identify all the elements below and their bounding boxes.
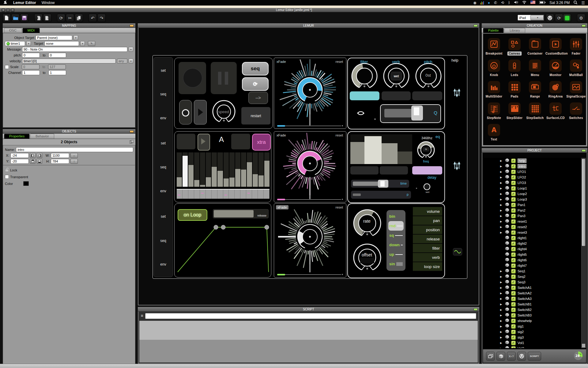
expander-icon[interactable]: ▶ (500, 204, 503, 206)
multislider-display[interactable] (177, 152, 270, 187)
rail-label-env[interactable]: env (154, 189, 173, 193)
name-field[interactable]: intro (16, 147, 133, 152)
tree-item-sig2[interactable]: ▶✓sig2 (484, 329, 581, 335)
expander-icon[interactable]: ▶ (500, 159, 503, 162)
seq-bank-button[interactable] (177, 134, 195, 149)
multislider-bar[interactable] (229, 152, 235, 187)
eq-band[interactable] (398, 151, 412, 164)
step-cell[interactable] (217, 190, 223, 199)
tree-item-rlight6[interactable]: ✓rlight6 (484, 257, 581, 263)
tree-item-label[interactable]: Pan3 (518, 214, 526, 218)
visible-checkbox[interactable]: ✓ (511, 324, 516, 329)
tree-item-label[interactable]: reset1 (518, 220, 527, 223)
redo-button[interactable]: ↷ (97, 14, 106, 22)
xtra-button[interactable]: xtra (252, 134, 271, 151)
save-file-button[interactable] (20, 14, 28, 22)
destination-option-loop-size[interactable]: loop size (413, 262, 442, 271)
objects-header[interactable]: OBJECTS (3, 129, 135, 134)
expander-icon[interactable]: ▶ (500, 286, 503, 289)
duplicate-button[interactable] (75, 14, 83, 22)
destination-option-volume[interactable]: volume (413, 207, 442, 216)
visible-checkbox[interactable]: ✓ (511, 286, 516, 290)
palette-item-stepnote[interactable]: StepNote (484, 102, 504, 120)
palette-item-fader[interactable]: Fader (566, 38, 586, 56)
magic-wand-button[interactable]: ✎ (88, 41, 95, 46)
tree-item-label[interactable]: reset2 (518, 225, 527, 229)
rail-label-set[interactable]: set (154, 141, 173, 145)
visible-checkbox[interactable]: ✓ (511, 341, 516, 345)
waveform-option-rnd[interactable]: rnd (388, 221, 404, 231)
multislider-bar[interactable] (188, 152, 194, 187)
step-cell[interactable] (246, 190, 252, 199)
spectral-ring-display[interactable] (278, 59, 342, 129)
tree-item-label[interactable]: LFO2 (518, 175, 526, 179)
tree-item-label[interactable]: showhelp (518, 319, 532, 323)
release-slider[interactable]: release (213, 209, 269, 218)
scale-checkbox[interactable] (5, 65, 9, 69)
cut-button[interactable]: ✂ (66, 14, 74, 22)
status-knob-icon[interactable]: ◉ (473, 1, 476, 5)
status-phone-icon[interactable]: ✆ (494, 1, 497, 5)
expander-icon[interactable]: ▶ (500, 226, 503, 228)
spectral-ring-module-1[interactable]: xFade reset (274, 58, 346, 129)
expression-button[interactable]: X=? (507, 352, 516, 361)
multislider-bar[interactable] (258, 152, 264, 187)
device-select[interactable]: iPad ▼ (518, 15, 544, 21)
step-cell[interactable] (235, 190, 240, 199)
stretch-vertical-icon[interactable]: ↕ (70, 159, 78, 164)
script-header[interactable]: SCRIPT (138, 307, 479, 312)
visible-checkbox[interactable]: ✓ (511, 225, 516, 229)
seq-alt-button[interactable] (231, 134, 250, 149)
seq-mode-button[interactable]: seq (242, 62, 269, 75)
tree-item-SwitchA1[interactable]: ▶✓SwitchA1 (484, 285, 581, 290)
velocity-range-select[interactable]: any (117, 59, 127, 63)
visible-checkbox[interactable]: ✓ (511, 258, 516, 263)
rail-label-env[interactable]: env (154, 116, 173, 120)
status-chat-icon[interactable]: ● (488, 1, 490, 5)
midi-din-button[interactable] (517, 352, 526, 361)
tree-item-SwitchB2[interactable]: ▶✓SwitchB2 (484, 307, 581, 312)
scrollbar[interactable] (581, 158, 586, 348)
tree-item-Loop3[interactable]: ▶✓Loop3 (484, 197, 581, 202)
palette-item-monitor[interactable]: Monitor (545, 59, 566, 77)
tree-item-label[interactable]: rlight2 (518, 242, 527, 245)
menu-item-window[interactable]: Window (42, 1, 55, 5)
tree-item-Loop1[interactable]: ▶✓Loop1 (484, 186, 581, 191)
visible-checkbox[interactable]: ✓ (511, 230, 516, 235)
rail-label-seq[interactable]: seq (154, 92, 173, 96)
apple-menu-icon[interactable] (4, 0, 8, 6)
multislider-bar[interactable] (264, 152, 270, 187)
export-button[interactable] (43, 14, 51, 22)
multislider-bar[interactable] (212, 152, 217, 187)
filter-enable-button[interactable] (350, 91, 379, 100)
color-swatch[interactable] (23, 181, 29, 186)
ring-slider[interactable] (277, 125, 343, 127)
tree-item-showhelp[interactable]: ▶✓showhelp (484, 318, 581, 324)
lemur-surface[interactable]: setseqenvsetseqenvsetseqenv seq ⟳ --> (153, 55, 467, 279)
eq-band[interactable] (350, 142, 364, 164)
delay-enable-button[interactable] (412, 166, 442, 174)
connection-sync-button[interactable]: ⟳ (555, 14, 563, 22)
rail-label-set[interactable]: set (154, 214, 173, 219)
tree-item-Pan3[interactable]: ▶✓Pan3 (484, 213, 581, 219)
spectral-ring-display[interactable] (278, 206, 342, 276)
align-left-icon[interactable] (30, 153, 36, 158)
tree-item-sig3[interactable]: ▶✓sig3 (484, 335, 581, 340)
loop-sync-button[interactable]: ⟳ (242, 77, 269, 91)
sync-button[interactable]: ⟳ (57, 14, 65, 22)
undo-button[interactable]: ↶ (89, 14, 97, 22)
visible-checkbox[interactable]: ✓ (511, 164, 516, 169)
tree-item-label[interactable]: rlight4 (518, 247, 527, 251)
expander-icon[interactable]: ▶ (500, 336, 503, 339)
tree-item-label[interactable]: Loop3 (518, 197, 527, 201)
loop-arrows-icon[interactable] (356, 110, 366, 118)
skip-button[interactable]: --> (248, 92, 268, 104)
help-label[interactable]: help (451, 58, 458, 63)
scrollbar-thumb[interactable] (582, 159, 585, 246)
script-editor-lower[interactable] (139, 340, 478, 362)
visible-checkbox[interactable]: ✓ (511, 241, 516, 246)
visible-checkbox[interactable]: ✓ (511, 269, 516, 274)
tree-item-label[interactable]: Pan2 (518, 209, 526, 212)
project-header[interactable]: PROJECT (482, 148, 587, 153)
palette-item-text[interactable]: AText (484, 124, 504, 142)
